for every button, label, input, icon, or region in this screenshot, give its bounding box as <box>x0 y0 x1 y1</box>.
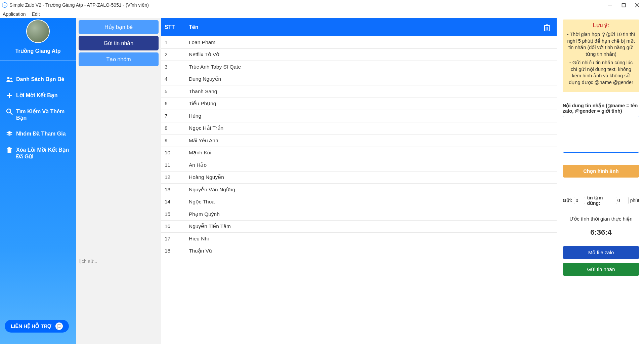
cell-name: Mãi Yêu Anh <box>189 138 557 144</box>
history-box[interactable]: lịch sử... <box>79 257 159 344</box>
sidebar-item-groups[interactable]: Nhóm Đã Tham Gia <box>0 126 76 142</box>
table-row[interactable]: 9Mãi Yêu Anh <box>161 135 557 147</box>
create-group-button[interactable]: Tạo nhóm <box>79 52 159 66</box>
cell-name: Loan Pham <box>189 39 557 45</box>
sidebar-item-label: Danh Sách Bạn Bè <box>16 76 64 82</box>
search-icon <box>6 108 13 115</box>
menu-application[interactable]: Application <box>3 11 26 17</box>
notice-p2: - Gửi nhiều tin nhắn cùng lúc chỉ gửi nộ… <box>566 60 636 86</box>
table-row[interactable]: 8Ngọc Hải Trần <box>161 122 557 135</box>
svg-point-8 <box>7 109 11 113</box>
cell-stt: 7 <box>161 113 189 119</box>
divider <box>0 60 76 61</box>
sidebar-item-label: Xóa Lời Mời Kết Bạn Đã Gửi <box>16 147 70 159</box>
cell-stt: 12 <box>161 174 189 180</box>
sidebar-item-delete-requests[interactable]: Xóa Lời Mời Kết Bạn Đã Gửi <box>0 142 76 164</box>
cell-name: Ngọc Thoa <box>189 199 557 205</box>
table-row[interactable]: 16Nguyễn Tiến Tâm <box>161 221 557 233</box>
cell-name: Netflix Tờ Vờ <box>189 51 557 58</box>
avatar[interactable] <box>26 20 50 43</box>
pause-label: tin tạm dừng: <box>587 195 614 206</box>
svg-rect-15 <box>545 26 549 31</box>
cell-stt: 18 <box>161 248 189 254</box>
cell-name: Thuận Vũ <box>189 248 557 254</box>
users-icon <box>6 76 13 83</box>
table-header: STT Tên <box>161 18 557 36</box>
table-row[interactable]: 2Netflix Tờ Vờ <box>161 49 557 61</box>
cell-stt: 6 <box>161 101 189 107</box>
table-row[interactable]: 1Loan Pham <box>161 36 557 49</box>
send-message-button[interactable]: Gửi tin nhắn <box>79 36 159 50</box>
table-row[interactable]: 7Hùng <box>161 110 557 122</box>
cell-name: Hùng <box>189 113 557 119</box>
support-label: LIÊN HỆ HỖ TRỢ <box>11 323 52 329</box>
layers-icon <box>6 130 13 137</box>
support-button[interactable]: LIÊN HỆ HỖ TRỢ 💬 <box>5 320 69 333</box>
cell-stt: 16 <box>161 223 189 229</box>
table-row[interactable]: 11An Hảo <box>161 159 557 171</box>
notice-box: Lưu ý: - Thời gian hợp lý (gửi 10 tin th… <box>563 20 639 92</box>
table-row[interactable]: 14Ngọc Thoa <box>161 196 557 208</box>
col-name: Tên <box>189 24 557 30</box>
sidebar-item-search[interactable]: Tìm Kiếm Và Thêm Bạn <box>0 104 76 126</box>
message-label: Nội dung tin nhắn (@name = tên zalo, @ge… <box>563 103 639 114</box>
cell-stt: 3 <box>161 64 189 70</box>
sidebar-item-friends[interactable]: Danh Sách Bạn Bè <box>0 71 76 87</box>
send-button[interactable]: Gửi tin nhắn <box>563 263 639 276</box>
sidebar-item-requests[interactable]: Lời Mời Kết Bạn <box>0 87 76 104</box>
cell-name: Thanh Sang <box>189 88 557 94</box>
cell-stt: 17 <box>161 236 189 242</box>
svg-point-4 <box>7 77 9 79</box>
cell-stt: 10 <box>161 150 189 156</box>
actions-column: Hủy bạn bè Gửi tin nhắn Tạo nhóm lịch sử… <box>76 18 161 344</box>
cell-stt: 1 <box>161 39 189 45</box>
table-row[interactable]: 6Tiểu Phụng <box>161 98 557 110</box>
table-row[interactable]: 13Nguyễn Văn Ngừng <box>161 184 557 196</box>
plus-icon <box>6 92 13 99</box>
pause-input[interactable] <box>616 197 629 204</box>
close-button[interactable] <box>634 2 640 8</box>
cell-stt: 8 <box>161 125 189 131</box>
message-input[interactable] <box>563 116 639 153</box>
table-row[interactable]: 10Mạnh Kòi <box>161 147 557 159</box>
cell-name: Phạm Quỳnh <box>189 211 557 217</box>
cell-stt: 2 <box>161 51 189 58</box>
cell-name: Ngọc Hải Trần <box>189 125 557 131</box>
send-count-input[interactable] <box>574 197 585 204</box>
cancel-friend-button[interactable]: Hủy bạn bè <box>79 20 159 34</box>
svg-rect-14 <box>8 147 10 148</box>
menu-edit[interactable]: Edit <box>32 11 40 17</box>
choose-image-button[interactable]: Chọn hình ảnh <box>563 165 639 178</box>
username: Trường Giang Atp <box>0 48 76 54</box>
sidebar: Trường Giang Atp Danh Sách Bạn Bè Lời Mờ… <box>0 18 76 344</box>
minimize-button[interactable] <box>607 2 613 8</box>
maximize-button[interactable] <box>620 2 627 8</box>
cell-stt: 13 <box>161 187 189 193</box>
table-row[interactable]: 18Thuận Vũ <box>161 245 557 258</box>
cell-stt: 4 <box>161 76 189 82</box>
table-row[interactable]: 5Thanh Sang <box>161 85 557 98</box>
estimate-time: 6:36:4 <box>563 228 639 237</box>
table-row[interactable]: 4Dung Nguyễn <box>161 73 557 86</box>
right-panel: Lưu ý: - Thời gian hợp lý (gửi 10 tin th… <box>558 18 644 344</box>
cell-name: An Hảo <box>189 162 557 168</box>
svg-marker-11 <box>6 133 12 136</box>
sidebar-item-label: Tìm Kiếm Và Thêm Bạn <box>16 108 70 121</box>
open-file-button[interactable]: Mở file zalo <box>563 246 639 259</box>
cell-name: Hoàng Nguyễn <box>189 174 557 180</box>
notice-title: Lưu ý: <box>566 22 636 29</box>
table-row[interactable]: 17Hieu Nhi <box>161 233 557 245</box>
cell-name: Nguyễn Tiến Tâm <box>189 223 557 229</box>
cell-name: Dung Nguyễn <box>189 76 557 82</box>
cell-stt: 15 <box>161 211 189 217</box>
cell-stt: 14 <box>161 199 189 205</box>
table-row[interactable]: 3Trúc Anh Taby Sĩ Qate <box>161 61 557 73</box>
table-row[interactable]: 15Phạm Quỳnh <box>161 208 557 221</box>
delete-all-button[interactable] <box>543 24 551 31</box>
cell-name: Nguyễn Văn Ngừng <box>189 187 557 193</box>
history-placeholder: lịch sử... <box>79 259 97 264</box>
table-row[interactable]: 12Hoàng Nguyễn <box>161 171 557 184</box>
cell-name: Trúc Anh Taby Sĩ Qate <box>189 64 557 70</box>
svg-rect-13 <box>8 149 11 153</box>
app-icon <box>2 2 7 8</box>
